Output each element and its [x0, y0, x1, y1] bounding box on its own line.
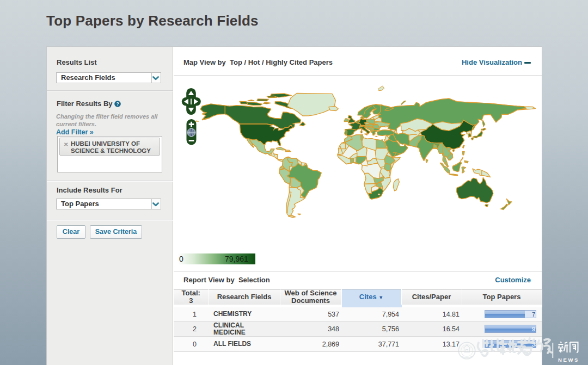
svg-text:?: ?	[117, 101, 119, 107]
svg-text:NEWS: NEWS	[558, 357, 579, 363]
